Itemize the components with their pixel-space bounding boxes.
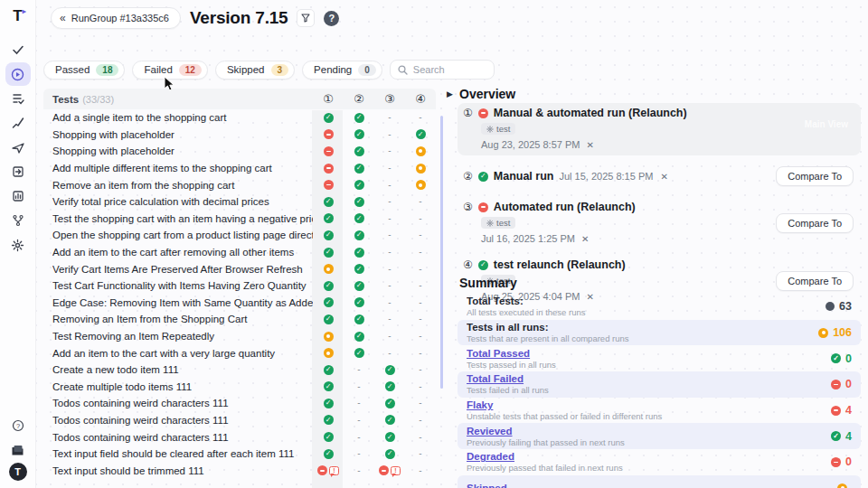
status-cell: ✓ <box>344 281 374 291</box>
test-title: Open the shopping cart from a product li… <box>52 230 313 240</box>
test-row[interactable]: Text input field should be cleared after… <box>43 446 436 463</box>
summary-link[interactable]: Flaky <box>467 399 831 411</box>
user-avatar[interactable]: T <box>9 463 27 481</box>
summary-row: Total FailedTests failed in all runs0 <box>458 371 861 398</box>
test-row[interactable]: Open the shopping cart from a product li… <box>43 227 436 244</box>
test-row[interactable]: Add an item to the cart with a very larg… <box>43 344 436 361</box>
filter-chip-skipped[interactable]: Skipped3 <box>215 61 295 80</box>
compare-to-button[interactable]: Compare To <box>776 213 854 233</box>
sidebar-item-box-arrow[interactable] <box>5 160 31 183</box>
remove-run-icon[interactable]: ✕ <box>581 234 589 244</box>
chip-count-badge: 18 <box>96 64 118 76</box>
filter-chip-passed[interactable]: Passed18 <box>43 61 125 80</box>
status-skip-icon <box>818 328 828 338</box>
test-row[interactable]: Test Cart Functionality with Items Havin… <box>43 277 436 295</box>
summary-link[interactable]: Total Failed <box>467 373 831 385</box>
run-item[interactable]: ③Automated run (Relaunch)testJul 16, 202… <box>458 197 861 249</box>
help-button[interactable]: ? <box>324 11 339 26</box>
test-row[interactable]: Verify total price calculation with deci… <box>43 193 436 211</box>
filter-chip-pending[interactable]: Pending0 <box>302 61 382 80</box>
help-icon: ? <box>12 419 24 432</box>
summary-link[interactable]: Degraded <box>467 451 831 463</box>
test-title: Add an item to the cart with a very larg… <box>52 348 313 359</box>
filter-chip-failed[interactable]: Failed12 <box>132 61 207 80</box>
status-pass-icon: ✓ <box>354 281 364 291</box>
branches-icon <box>12 214 24 227</box>
column-header-run-2[interactable]: ② <box>344 92 374 106</box>
status-none-icon: - <box>388 298 391 307</box>
sidebar-item-plane[interactable] <box>5 136 31 159</box>
status-pass-icon: ✓ <box>478 172 488 182</box>
run-tag[interactable]: test <box>481 123 515 135</box>
filter-button[interactable] <box>297 9 315 27</box>
status-fail-icon <box>324 129 334 139</box>
app-logo[interactable]: T▸ <box>13 7 22 25</box>
gear-icon <box>486 126 494 133</box>
test-row[interactable]: Edge Case: Removing Item with Same Quant… <box>43 295 436 312</box>
test-row[interactable]: Create multiple todo items 111✓-✓- <box>43 379 436 396</box>
status-cell: - <box>374 197 405 206</box>
rungroup-back-button[interactable]: « RunGroup #13a335c6 <box>51 7 181 29</box>
sidebar-item-run-play[interactable] <box>5 62 31 86</box>
status-dash-icon: - <box>388 314 391 324</box>
column-header-run-1[interactable]: ① <box>313 92 344 106</box>
test-title: Shopping with placeholder <box>52 129 313 140</box>
status-dash-icon: - <box>419 298 421 307</box>
test-row[interactable]: Removing an Item from the Shopping Cart✓… <box>43 311 436 328</box>
run-tag[interactable]: test <box>481 217 515 229</box>
run-item[interactable]: ②✓Manual runJul 15, 2025 8:15 PM✕Compare… <box>458 161 861 192</box>
search-input[interactable] <box>413 64 486 75</box>
collapse-panel-icon[interactable]: ▶ <box>447 89 453 99</box>
column-header-run-3[interactable]: ③ <box>374 92 405 106</box>
chip-count-badge: 0 <box>358 64 376 76</box>
summary-link[interactable]: Skipped <box>467 483 837 488</box>
test-row[interactable]: Verify Cart Items Are Preserved After Br… <box>43 260 436 277</box>
test-row[interactable]: Test the shopping cart with an item havi… <box>43 211 436 228</box>
status-pass-icon: ✓ <box>324 113 334 123</box>
status-pass-icon: ✓ <box>354 197 364 207</box>
test-row[interactable]: Shopping with placeholder✓- <box>43 143 436 160</box>
comment-icon[interactable]: ! <box>391 466 401 475</box>
rungroup-label: RunGroup #13a335c6 <box>71 13 169 23</box>
compare-to-button[interactable]: Compare To <box>776 271 854 291</box>
sidebar-item-gear[interactable] <box>5 233 31 257</box>
test-row[interactable]: Text input should be trimmed 111!-!- <box>43 462 436 479</box>
test-row[interactable]: Add a single item to the shopping cart✓✓… <box>43 109 436 127</box>
summary-link[interactable]: Total Passed <box>467 348 831 360</box>
test-row[interactable]: Todos containing weird characters 111✓-✓… <box>43 395 436 412</box>
sidebar-item-git-branch[interactable] <box>5 209 31 232</box>
test-row[interactable]: Todos containing weird characters 111✓-✓… <box>43 412 436 429</box>
vertical-scrollbar[interactable] <box>440 116 443 389</box>
run-item[interactable]: ①Manual & automated run (Relaunch)testAu… <box>458 103 861 155</box>
sidebar-item-help-circle[interactable]: ? <box>5 414 31 437</box>
status-pass-icon: ✓ <box>385 415 395 425</box>
main-view-ghost-button[interactable]: Main View <box>805 119 848 129</box>
sidebar-item-folder[interactable] <box>5 438 31 462</box>
test-row[interactable]: Create a new todo item 111✓-✓- <box>43 361 436 379</box>
test-title: Verify total price calculation with deci… <box>52 196 313 207</box>
test-row[interactable]: Shopping with placeholder✓-✓ <box>43 127 436 144</box>
run-title: Manual & automated run (Relaunch) <box>494 107 687 119</box>
summary-link[interactable]: Revieved <box>467 426 831 437</box>
status-pass-icon: ✓ <box>324 314 334 324</box>
test-row[interactable]: Test Removing an Item Repeatedly✓-- <box>43 328 436 345</box>
status-none-icon: - <box>357 399 360 408</box>
status-pass-icon: ✓ <box>354 348 364 358</box>
sidebar-item-pulse[interactable] <box>5 111 31 135</box>
sidebar-item-chart-frame[interactable] <box>5 184 31 208</box>
comment-icon[interactable]: ! <box>329 466 339 475</box>
test-row[interactable]: Add multiple different items to the shop… <box>43 160 436 177</box>
status-dash-icon: - <box>419 314 421 324</box>
compare-to-button[interactable]: Compare To <box>776 166 854 186</box>
status-cell: - <box>374 314 405 324</box>
test-row[interactable]: Remove an item from the shopping cart✓- <box>43 176 436 193</box>
sidebar-item-list-check[interactable] <box>5 87 31 110</box>
sidebar-item-check[interactable] <box>5 38 31 61</box>
remove-run-icon[interactable]: ✕ <box>586 140 593 150</box>
status-none-icon: - <box>419 382 421 391</box>
test-title: Add an item to the cart after removing a… <box>52 247 313 258</box>
column-header-run-4[interactable]: ④ <box>405 92 436 106</box>
test-row[interactable]: Todos containing weird characters 111✓-✓… <box>43 428 436 446</box>
test-row[interactable]: Add an item to the cart after removing a… <box>43 244 436 261</box>
remove-run-icon[interactable]: ✕ <box>660 172 667 182</box>
